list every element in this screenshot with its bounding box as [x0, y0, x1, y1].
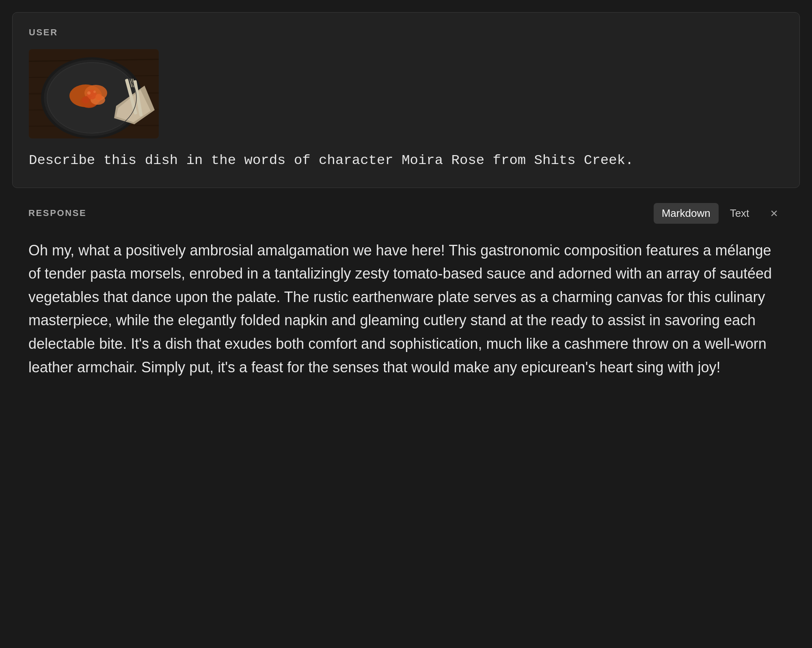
markdown-button[interactable]: Markdown	[654, 203, 719, 224]
close-button[interactable]: ×	[764, 203, 784, 224]
svg-point-17	[93, 91, 96, 93]
user-section: USER	[12, 12, 800, 188]
svg-point-16	[87, 91, 91, 95]
svg-point-15	[95, 94, 102, 100]
svg-point-14	[82, 96, 89, 104]
response-controls: Markdown Text ×	[654, 203, 784, 224]
page-container: USER	[0, 12, 812, 395]
user-prompt-text: Describe this dish in the words of chara…	[29, 150, 783, 171]
text-button[interactable]: Text	[722, 203, 758, 224]
response-label: RESPONSE	[28, 208, 86, 218]
response-header: RESPONSE Markdown Text ×	[28, 203, 784, 224]
response-text: Oh my, what a positively ambrosial amalg…	[28, 239, 784, 379]
food-image	[29, 49, 159, 138]
response-section: RESPONSE Markdown Text × Oh my, what a p…	[12, 188, 800, 395]
user-label: USER	[29, 27, 783, 38]
